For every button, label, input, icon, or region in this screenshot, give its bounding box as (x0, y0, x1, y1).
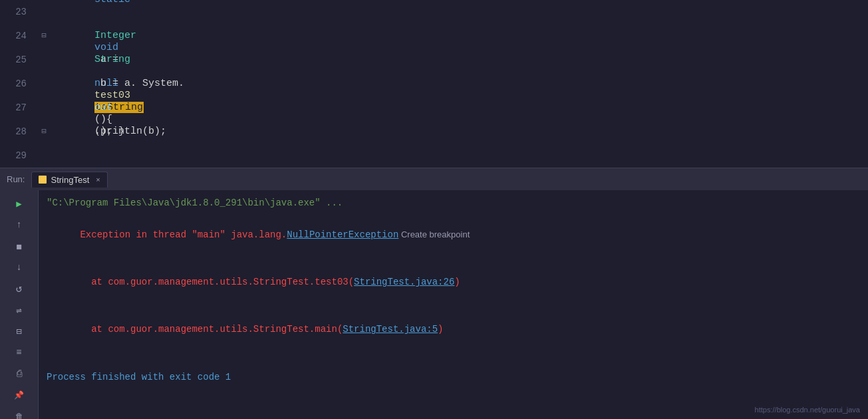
stacktrace-2-link[interactable]: StringTest.java:5 (343, 324, 438, 335)
indent3: System. (94, 78, 184, 89)
stacktrace-1-post: ) (454, 277, 460, 287)
line-number-24: 24 (0, 24, 35, 48)
output-process-finished: Process finished with exit code 1 (47, 370, 860, 386)
print-button[interactable]: ⎙ (10, 364, 29, 383)
stacktrace-1-link[interactable]: StringTest.java:26 (354, 277, 454, 287)
output-stacktrace-1: at com.guor.management.utils.StringTest.… (47, 259, 860, 306)
output-empty (47, 354, 860, 370)
rerun-button[interactable]: ↺ (10, 279, 29, 298)
scroll-up-button[interactable]: ↑ (10, 215, 29, 234)
nullpointerexception-link[interactable]: NullPointerException (287, 229, 398, 240)
pin-button[interactable]: 📌 (10, 386, 29, 404)
gutter-28[interactable]: ⊟ (35, 120, 53, 144)
scroll-down-button[interactable]: ↓ (10, 258, 29, 277)
stop-button[interactable]: ◼ (10, 237, 29, 255)
line-number-27: 27 (0, 96, 35, 120)
line-number-23: 23 (0, 0, 35, 24)
exception-text: Exception in thread "main" java.lang. (80, 229, 287, 240)
code-line-28: 28 ⊟ } (0, 120, 868, 144)
output-stacktrace-2: at com.guor.management.utils.StringTest.… (47, 307, 860, 354)
run-tab-stringtest[interactable]: StringTest × (31, 172, 107, 188)
console-area: ▶ ↑ ◼ ↓ ↺ ⇌ ⊟ ≡ ⎙ 📌 🗑 "C:\Program Files\… (0, 190, 868, 419)
stacktrace-1-pre: at com.guor.management.utils.StringTest.… (80, 277, 354, 287)
wrap-button[interactable]: ⇌ (10, 301, 29, 319)
filter-button[interactable]: ≡ (10, 343, 29, 362)
run-panel-header: Run: StringTest × (0, 168, 868, 190)
run-label: Run: (7, 174, 25, 184)
code-line-29: 29 (0, 144, 868, 168)
tab-name: StringTest (51, 175, 89, 185)
output-exception: Exception in thread "main" java.lang.Nul… (47, 211, 860, 259)
create-breakpoint-text[interactable]: Create breakpoint (398, 229, 470, 239)
line-number-29: 29 (0, 144, 35, 168)
closing-brace: } (94, 126, 124, 137)
tab-icon (39, 176, 47, 184)
tab-close-button[interactable]: × (96, 176, 100, 184)
gutter-24[interactable]: ⊟ (35, 24, 53, 48)
console-toolbar: ▶ ↑ ◼ ↓ ↺ ⇌ ⊟ ≡ ⎙ 📌 🗑 (0, 190, 39, 419)
code-line-27: 27 System. out .println(b); (0, 96, 868, 120)
delete-button[interactable]: 🗑 (10, 407, 29, 419)
fold-icon-24[interactable]: ⊟ (41, 24, 46, 48)
code-editor: 23 24 ⊟ private static void test03 (){ 2… (0, 0, 868, 168)
console-output: "C:\Program Files\Java\jdk1.8.0_291\bin\… (39, 190, 868, 419)
stacktrace-2-post: ) (438, 324, 443, 335)
line-number-28: 28 (0, 120, 35, 144)
line-number-26: 26 (0, 72, 35, 96)
line-number-25: 25 (0, 48, 35, 72)
fold-icon-28[interactable]: ⊟ (41, 120, 46, 144)
run-button[interactable]: ▶ (10, 194, 29, 213)
stacktrace-2-pre: at com.guor.management.utils.StringTest.… (80, 324, 343, 335)
watermark: https://blog.csdn.net/guorui_java (755, 406, 860, 414)
layout-button[interactable]: ⊟ (10, 322, 29, 341)
output-java-path: "C:\Program Files\Java\jdk1.8.0_291\bin\… (47, 196, 860, 211)
indent2 (94, 30, 142, 41)
